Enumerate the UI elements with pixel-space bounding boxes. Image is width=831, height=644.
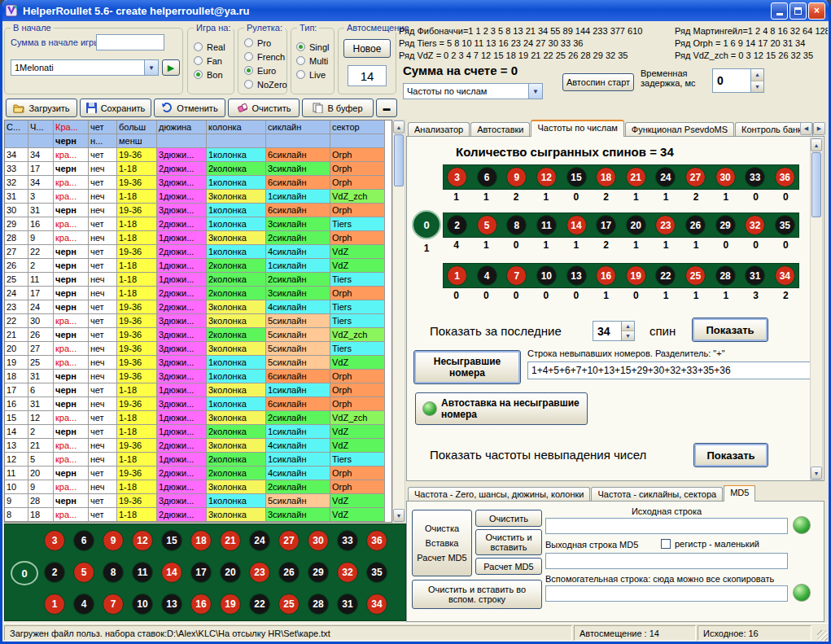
roulette-number-13[interactable]: 13 (161, 594, 182, 615)
spin-row[interactable]: 109кра...неч1-181дюжи...3колонка2сиклайн… (5, 480, 391, 494)
spin-row[interactable]: 928чернчет19-363дюжи...1колонка5сиклайнV… (5, 494, 391, 508)
tab-scroll-left-icon[interactable]: ◀ (800, 122, 812, 135)
roulette-number-14[interactable]: 14 (566, 215, 587, 235)
missed-numbers-input[interactable] (527, 361, 814, 379)
radio-Multi[interactable]: Multi (296, 54, 329, 68)
roulette-number-5[interactable]: 5 (477, 215, 497, 235)
close-button[interactable]: × (808, 2, 825, 20)
spin-row[interactable]: 262чернчет1-181дюжи...2колонка1сиклайнVd… (5, 259, 391, 273)
roulette-number-2[interactable]: 2 (447, 215, 467, 235)
roulette-number-21[interactable]: 21 (220, 530, 241, 551)
roulette-number-11[interactable]: 11 (536, 215, 557, 235)
roulette-number-33[interactable]: 33 (337, 530, 358, 551)
roulette-number-30[interactable]: 30 (715, 167, 736, 187)
roulette-number-16[interactable]: 16 (596, 265, 616, 286)
roulette-number-17[interactable]: 17 (596, 215, 616, 235)
roulette-number-29[interactable]: 29 (715, 215, 736, 235)
roulette-number-26[interactable]: 26 (685, 215, 706, 235)
roulette-number-12[interactable]: 12 (536, 167, 557, 187)
register-checkbox[interactable] (661, 539, 671, 549)
roulette-number-21[interactable]: 21 (626, 167, 646, 187)
minimize-button[interactable] (771, 2, 788, 20)
roulette-number-24[interactable]: 24 (249, 530, 270, 551)
spin-row[interactable]: 818кра...чет1-182дюжи...3колонка3сиклайн… (5, 508, 391, 522)
roulette-number-23[interactable]: 23 (655, 215, 676, 235)
green-orb-button[interactable] (793, 516, 811, 534)
roulette-number-15[interactable]: 15 (566, 167, 587, 187)
scrollbar-thumb[interactable] (394, 134, 404, 186)
chevron-down-icon[interactable]: ▼ (144, 60, 158, 75)
spin-row[interactable]: 3031черннеч19-363дюжи...1колонка6сиклайн… (5, 204, 391, 217)
spin-row[interactable]: 2511черннеч1-181дюжи...2колонка2сиклайнT… (5, 273, 391, 287)
roulette-number-23[interactable]: 23 (249, 562, 270, 583)
show-missing-frequencies-button[interactable]: Показать (693, 443, 768, 467)
tab-Анализатор[interactable]: Анализатор (408, 122, 470, 137)
roulette-number-14[interactable]: 14 (161, 562, 182, 583)
roulette-number-1[interactable]: 1 (44, 594, 65, 615)
roulette-number-15[interactable]: 15 (161, 530, 182, 551)
roulette-number-18[interactable]: 18 (190, 530, 212, 551)
roulette-number-28[interactable]: 28 (715, 265, 736, 286)
roulette-number-7[interactable]: 7 (103, 594, 124, 615)
undo-button[interactable]: Отменить (154, 99, 225, 117)
roulette-number-0[interactable]: 0 (412, 210, 441, 239)
register-checkbox-row[interactable]: регистр - маленький (661, 539, 759, 549)
roulette-number-3[interactable]: 3 (44, 530, 65, 551)
roulette-number-19[interactable]: 19 (626, 265, 646, 286)
maximize-button[interactable] (789, 2, 807, 20)
roulette-number-8[interactable]: 8 (103, 562, 124, 583)
spin-row[interactable]: 176чернчет1-181дюжи...3колонка1сиклайнOr… (5, 383, 391, 397)
roulette-number-0[interactable]: 0 (11, 561, 38, 585)
roulette-number-4[interactable]: 4 (73, 594, 94, 615)
spin-row[interactable]: 3434кра...чет19-363дюжи...1колонка6сикла… (5, 148, 391, 162)
roulette-number-34[interactable]: 34 (775, 265, 795, 286)
roulette-number-33[interactable]: 33 (745, 167, 765, 187)
roulette-number-10[interactable]: 10 (132, 594, 153, 615)
save-button[interactable]: Сохранить (80, 99, 151, 117)
autospin-start-button[interactable]: Автоспин старт (562, 73, 634, 91)
roulette-number-4[interactable]: 4 (477, 265, 497, 286)
roulette-number-6[interactable]: 6 (73, 530, 94, 551)
roulette-number-12[interactable]: 12 (132, 530, 153, 551)
roulette-number-8[interactable]: 8 (506, 215, 527, 235)
roulette-number-10[interactable]: 10 (536, 265, 557, 286)
spin-row[interactable]: 1925кра...неч19-363дюжи...1колонка5сикла… (5, 356, 391, 370)
roulette-number-35[interactable]: 35 (775, 215, 795, 235)
spin-row[interactable]: 125кра...неч1-181дюжи...2колонка1сиклайн… (5, 453, 391, 467)
missed-numbers-button[interactable]: Несыгравшие номера (413, 350, 521, 384)
tab-Частоты по числам[interactable]: Частоты по числам (531, 120, 623, 137)
roulette-number-3[interactable]: 3 (447, 167, 467, 187)
roulette-number-1[interactable]: 1 (447, 265, 467, 286)
scroll-up-icon[interactable]: ▲ (811, 138, 822, 151)
md5-source-input[interactable] (545, 518, 788, 534)
md5-clear-paste-button[interactable]: Очистить и вставить (475, 529, 542, 555)
roulette-number-22[interactable]: 22 (249, 594, 270, 615)
tab-Функционал PsevdoMS[interactable]: Функционал PsevdoMS (625, 122, 734, 137)
roulette-number-20[interactable]: 20 (220, 562, 241, 583)
roulette-number-28[interactable]: 28 (308, 594, 329, 615)
spin-row[interactable]: 3234кра...чет19-363дюжи...1колонка6сикла… (5, 176, 391, 190)
last-spins-spinner[interactable]: 34 ▲▼ (593, 321, 635, 341)
scroll-down-icon[interactable]: ▼ (393, 509, 405, 522)
spin-row[interactable]: 2027кра...неч19-363дюжи...3колонка5сикла… (5, 342, 391, 356)
roulette-number-27[interactable]: 27 (685, 167, 706, 187)
spin-row[interactable]: 1120чернчет19-362дюжи...2колонка4сиклайн… (5, 467, 391, 480)
spin-row[interactable]: 2722чернчет19-362дюжи...1колонка4сиклайн… (5, 245, 391, 259)
scroll-down-icon[interactable]: ▼ (811, 467, 822, 480)
md5-actions-label[interactable]: ОчисткаВставкаРасчет MD5 (412, 510, 472, 576)
chevron-down-icon[interactable]: ▼ (528, 84, 542, 99)
roulette-number-36[interactable]: 36 (366, 530, 387, 551)
play-button[interactable]: ▶ (162, 59, 180, 76)
roulette-number-36[interactable]: 36 (775, 167, 795, 187)
resize-grip[interactable] (817, 630, 828, 641)
preset-combobox[interactable]: 1Melonati ▼ (11, 59, 159, 76)
md5-clear-paste-aux-button[interactable]: Очистить и вставить во вспом. строку (412, 580, 542, 609)
roulette-number-11[interactable]: 11 (132, 562, 153, 583)
roulette-number-9[interactable]: 9 (103, 530, 124, 551)
radio-Fan[interactable]: Fan (194, 54, 225, 68)
tab-Частота - Zero, шансы, дюжины, колонки[interactable]: Частота - Zero, шансы, дюжины, колонки (408, 487, 590, 502)
roulette-number-31[interactable]: 31 (337, 594, 358, 615)
spin-row[interactable]: 1321кра...неч19-362дюжи...3колонка4сикла… (5, 439, 391, 453)
new-offset-button[interactable]: Новое (343, 39, 391, 58)
spinner-up-icon[interactable]: ▲ (751, 69, 763, 81)
